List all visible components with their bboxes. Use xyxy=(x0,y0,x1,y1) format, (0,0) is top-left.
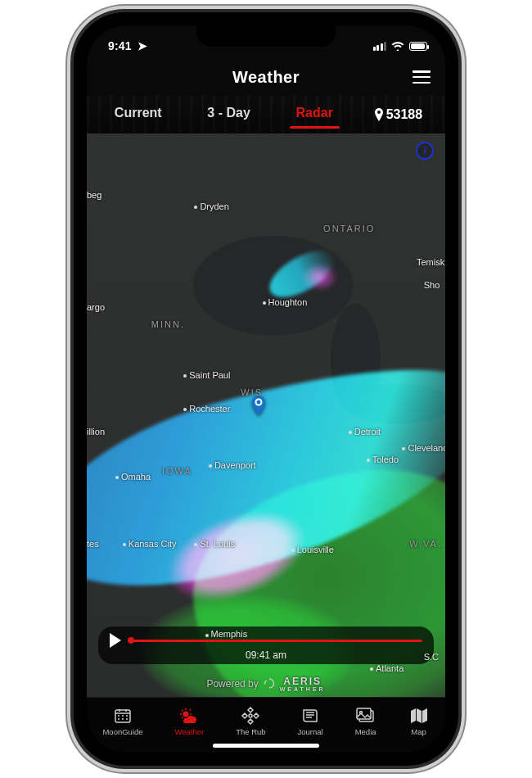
playback-time: 09:41 am xyxy=(98,649,434,661)
city-label: Memphis xyxy=(205,629,248,639)
zip-selector[interactable]: 53188 xyxy=(374,107,423,122)
edge-label: illion xyxy=(87,427,105,436)
bottom-tabbar: MoonGuide Weather The Rub Journal xyxy=(87,697,445,753)
tab-radar[interactable]: Radar xyxy=(291,102,338,127)
tab-label: Current xyxy=(115,106,162,120)
tab-map[interactable]: Map xyxy=(408,707,430,736)
tab-current[interactable]: Current xyxy=(110,102,167,127)
tab-therub[interactable]: The Rub xyxy=(236,707,265,736)
tab-label: Radar xyxy=(296,106,333,120)
svg-point-3 xyxy=(183,711,189,717)
city-label: St. Louis xyxy=(194,539,235,549)
tab-label: Weather xyxy=(175,727,205,736)
screen: 9:41 ➤ Weather Current 3 - Day xyxy=(87,25,445,753)
tab-journal[interactable]: Journal xyxy=(298,707,323,736)
attribution-brand: AERIS WEATHER xyxy=(280,676,326,692)
tab-moonguide[interactable]: MoonGuide xyxy=(102,707,142,736)
city-label: Davenport xyxy=(209,460,256,470)
target-icon xyxy=(240,707,261,725)
weather-tabs: Current 3 - Day Radar 53188 xyxy=(87,96,445,133)
edge-label: tes xyxy=(87,539,99,549)
pin-icon xyxy=(374,108,384,121)
radar-overlay xyxy=(87,133,445,697)
attribution: Powered by AERIS WEATHER xyxy=(87,676,445,692)
city-label: Toledo xyxy=(367,455,399,464)
tab-label: Media xyxy=(355,727,376,736)
radar-map[interactable]: i xyxy=(87,133,445,697)
city-label: Louisville xyxy=(291,545,334,554)
app-header: Weather xyxy=(87,58,445,96)
play-button[interactable] xyxy=(110,633,121,648)
region-label: W.VA. xyxy=(409,539,442,549)
svg-point-1 xyxy=(257,400,261,405)
user-location-pin[interactable] xyxy=(250,396,267,415)
region-label: IOWA xyxy=(162,466,192,476)
city-label: Dryden xyxy=(194,201,228,211)
radar-playbar: 09:41 am xyxy=(98,626,434,664)
edge-label: beg xyxy=(87,190,101,200)
city-label: Kansas City xyxy=(123,539,177,549)
menu-button[interactable] xyxy=(413,70,431,84)
info-button[interactable]: i xyxy=(416,142,434,160)
timeline-slider[interactable] xyxy=(131,640,422,642)
city-label: Houghton xyxy=(263,297,308,307)
tab-media[interactable]: Media xyxy=(355,707,376,736)
sun-cloud-icon xyxy=(178,707,200,725)
phone-frame: 9:41 ➤ Weather Current 3 - Day xyxy=(74,12,458,766)
book-icon xyxy=(300,707,321,725)
city-label: Cleveland xyxy=(402,443,445,453)
svg-point-4 xyxy=(249,714,252,717)
edge-label: argo xyxy=(87,302,105,312)
wifi-icon xyxy=(391,41,404,51)
edge-label: S.C xyxy=(424,652,439,662)
edge-label: Sho xyxy=(424,280,440,290)
tab-label: The Rub xyxy=(236,727,265,736)
battery-icon xyxy=(409,42,427,51)
tab-label: Journal xyxy=(298,727,323,736)
city-label: Saint Paul xyxy=(183,370,230,380)
city-label: Omaha xyxy=(115,472,151,482)
tab-label: Map xyxy=(411,727,426,736)
tab-label: 3 - Day xyxy=(207,106,250,120)
city-label: Detroit xyxy=(349,427,381,436)
cellular-icon xyxy=(373,42,387,51)
zip-label: 53188 xyxy=(386,107,423,122)
clock-label: 9:41 xyxy=(108,39,132,52)
edge-label: Temisk xyxy=(417,257,444,267)
page-title: Weather xyxy=(232,68,300,87)
region-label: MINN. xyxy=(151,319,185,329)
city-label: Atlanta xyxy=(370,663,404,673)
status-time: 9:41 ➤ xyxy=(108,39,147,52)
svg-rect-6 xyxy=(357,708,371,719)
calendar-icon xyxy=(112,707,133,725)
attribution-prefix: Powered by xyxy=(206,678,258,690)
region-label: ONTARIO xyxy=(323,224,375,233)
aeris-logo-icon xyxy=(264,678,275,690)
city-label: Rochester xyxy=(183,404,230,414)
map-icon xyxy=(408,707,430,725)
notch xyxy=(196,25,336,47)
image-icon xyxy=(355,707,376,725)
home-indicator[interactable] xyxy=(213,744,319,748)
tab-3day[interactable]: 3 - Day xyxy=(202,102,255,127)
location-arrow-icon: ➤ xyxy=(138,39,147,52)
tab-weather[interactable]: Weather xyxy=(175,707,205,736)
tab-label: MoonGuide xyxy=(102,727,142,736)
region-label: WIS. xyxy=(241,387,267,397)
